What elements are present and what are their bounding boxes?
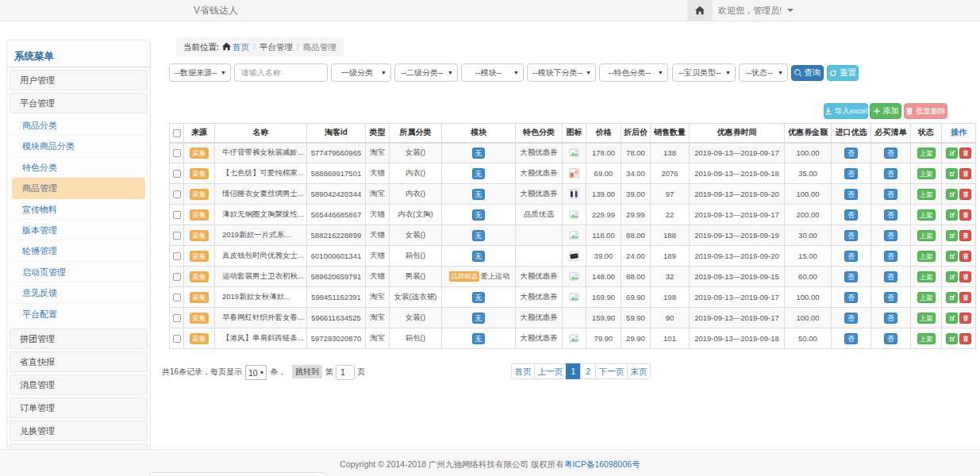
navbar-home-button[interactable] — [687, 0, 713, 21]
jump-page-input[interactable] — [336, 365, 355, 380]
row-checkbox[interactable] — [173, 335, 181, 343]
sidebar-section-兑换管理[interactable]: 兑换管理 — [10, 420, 148, 441]
edit-button[interactable] — [946, 271, 958, 282]
add-button[interactable]: 添加 — [870, 103, 901, 119]
module-none-button[interactable]: 无 — [472, 313, 486, 324]
user-dropdown[interactable]: 欢迎您，管理员! — [718, 0, 794, 21]
imported-toggle[interactable]: 否 — [844, 292, 858, 303]
filter-select-module[interactable]: --模块-- — [462, 64, 523, 81]
sidebar-section-省直快报[interactable]: 省直快报 — [10, 351, 148, 372]
imported-toggle[interactable]: 否 — [844, 168, 858, 179]
must-buy-toggle[interactable]: 否 — [884, 271, 897, 282]
must-buy-toggle[interactable]: 否 — [884, 189, 897, 200]
sidebar-item-商品管理[interactable]: 商品管理 — [12, 178, 145, 198]
edit-button[interactable] — [946, 168, 958, 179]
imported-toggle[interactable]: 否 — [844, 251, 858, 262]
delete-button[interactable] — [959, 209, 971, 221]
edit-button[interactable] — [946, 333, 958, 344]
filter-select-feature-category[interactable]: --特色分类-- — [600, 64, 667, 81]
sidebar-section-平台管理[interactable]: 平台管理 — [10, 93, 148, 113]
must-buy-toggle[interactable]: 否 — [884, 313, 897, 324]
imported-toggle[interactable]: 否 — [844, 333, 858, 344]
sidebar-item-版本管理[interactable]: 版本管理 — [12, 220, 145, 240]
delete-button[interactable] — [959, 148, 971, 159]
row-checkbox[interactable] — [173, 314, 181, 322]
module-none-button[interactable]: 无 — [472, 333, 486, 344]
edit-button[interactable] — [946, 292, 958, 303]
status-button[interactable]: 上架 — [917, 292, 936, 303]
row-checkbox[interactable] — [173, 170, 181, 178]
status-button[interactable]: 上架 — [917, 148, 936, 159]
status-button[interactable]: 上架 — [917, 251, 936, 262]
edit-button[interactable] — [946, 209, 958, 221]
must-buy-toggle[interactable]: 否 — [884, 251, 897, 262]
status-button[interactable]: 上架 — [917, 313, 936, 324]
sidebar-item-意见反馈[interactable]: 意见反馈 — [12, 282, 145, 303]
module-none-button[interactable]: 无 — [472, 209, 486, 221]
must-buy-toggle[interactable]: 否 — [884, 148, 897, 159]
filter-select-module-sub-category[interactable]: --模块下分类-- — [528, 64, 595, 81]
filter-select-data-source[interactable]: --数据来源-- — [170, 64, 230, 81]
page-link-末页[interactable]: 末页 — [627, 363, 651, 379]
filter-select-item-type[interactable]: --宝贝类型-- — [673, 64, 735, 81]
filter-select-status[interactable]: --状态-- — [740, 64, 787, 81]
reset-button[interactable]: 重置 — [827, 65, 859, 81]
sidebar-item-商品分类[interactable]: 商品分类 — [12, 115, 145, 136]
must-buy-toggle[interactable]: 否 — [884, 333, 897, 344]
icp-link[interactable]: 粤ICP备16098006号 — [564, 459, 640, 469]
sidebar-item-平台配置[interactable]: 平台配置 — [12, 304, 145, 324]
delete-button[interactable] — [959, 230, 971, 241]
page-link-2[interactable]: 2 — [580, 363, 596, 379]
module-none-button[interactable]: 无 — [472, 251, 486, 262]
breadcrumb-home-link[interactable]: 首页 — [233, 42, 249, 52]
delete-button[interactable] — [959, 313, 971, 324]
filter-select-level1-category[interactable]: 一级分类 — [332, 64, 390, 81]
must-buy-toggle[interactable]: 否 — [884, 168, 897, 179]
row-checkbox[interactable] — [173, 190, 181, 198]
module-none-button[interactable]: 无 — [472, 189, 486, 200]
sidebar-item-启动页管理[interactable]: 启动页管理 — [12, 262, 145, 282]
imported-toggle[interactable]: 否 — [844, 230, 858, 241]
imported-toggle[interactable]: 否 — [844, 209, 858, 221]
imported-toggle[interactable]: 否 — [844, 189, 858, 200]
module-none-button[interactable]: 无 — [472, 230, 486, 241]
edit-button[interactable] — [946, 148, 958, 159]
jump-button[interactable]: 跳转到 — [292, 365, 322, 378]
edit-button[interactable] — [946, 251, 958, 262]
status-button[interactable]: 上架 — [917, 230, 936, 241]
filter-select-level2-category[interactable]: --二级分类-- — [395, 64, 457, 81]
edit-button[interactable] — [946, 189, 958, 200]
status-button[interactable]: 上架 — [917, 209, 936, 221]
row-checkbox[interactable] — [173, 273, 181, 281]
imported-toggle[interactable]: 否 — [844, 148, 858, 159]
sidebar-section-订单管理[interactable]: 订单管理 — [10, 397, 148, 418]
delete-button[interactable] — [959, 168, 971, 179]
delete-button[interactable] — [959, 292, 971, 303]
module-none-button[interactable]: 无 — [472, 292, 486, 303]
page-link-1[interactable]: 1 — [566, 363, 582, 379]
must-buy-toggle[interactable]: 否 — [884, 230, 897, 241]
sidebar-section-拼团管理[interactable]: 拼团管理 — [10, 328, 148, 349]
row-checkbox[interactable] — [173, 252, 181, 260]
delete-button[interactable] — [959, 189, 971, 200]
module-none-button[interactable]: 无 — [472, 148, 486, 159]
module-none-button[interactable]: 无 — [472, 168, 486, 179]
search-button[interactable]: 查询 — [791, 65, 824, 81]
page-size-select[interactable]: 10 — [246, 367, 266, 380]
delete-button[interactable] — [959, 333, 971, 344]
sidebar-item-模块商品分类[interactable]: 模块商品分类 — [12, 136, 145, 156]
name-search-input[interactable] — [234, 63, 328, 82]
delete-button[interactable] — [959, 271, 971, 282]
status-button[interactable]: 上架 — [917, 271, 936, 282]
row-checkbox[interactable] — [173, 211, 181, 219]
row-checkbox[interactable] — [173, 232, 181, 240]
imported-toggle[interactable]: 否 — [844, 313, 858, 324]
sidebar-item-轮播管理[interactable]: 轮播管理 — [12, 240, 145, 261]
batch-delete-button[interactable]: 批量删除 — [904, 103, 947, 119]
status-button[interactable]: 上架 — [917, 189, 936, 200]
select-all-checkbox[interactable] — [173, 129, 181, 137]
row-checkbox[interactable] — [173, 294, 181, 301]
status-button[interactable]: 上架 — [917, 333, 936, 344]
must-buy-toggle[interactable]: 否 — [884, 209, 897, 221]
sidebar-item-宣传物料[interactable]: 宣传物料 — [12, 199, 145, 220]
